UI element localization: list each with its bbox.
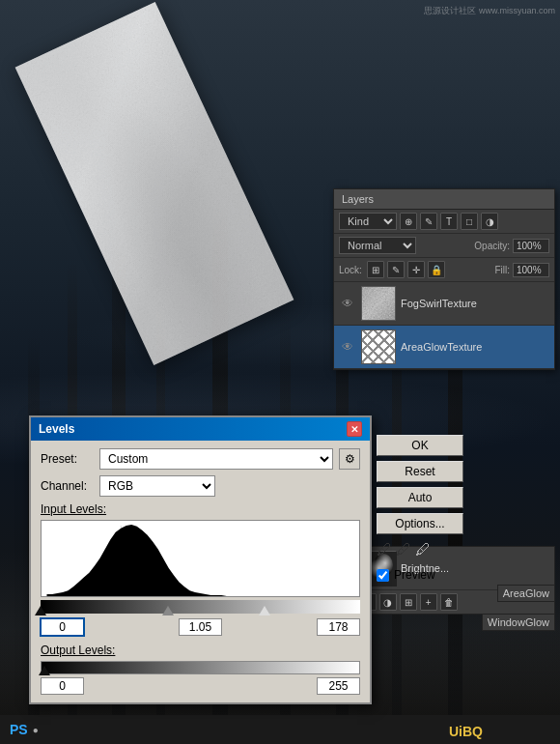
output-gradient-bar [41, 661, 360, 674]
layers-panel: Layers Kind ⊕ ✎ T □ ◑ Normal Opacity: Lo… [333, 188, 555, 370]
channel-label: Channel: [41, 479, 94, 493]
ok-button[interactable]: OK [377, 435, 463, 456]
ps-logo: PS [10, 722, 28, 737]
white-eyedropper-icon[interactable]: 🖊 [415, 541, 431, 558]
output-black-slider[interactable] [39, 666, 50, 675]
input-values-row [41, 618, 360, 636]
output-white-value[interactable] [317, 677, 360, 695]
layer-name-fogswirl: FogSwirlTexture [401, 298, 549, 309]
areaglow-partial-label: AreaGlow [497, 585, 555, 602]
levels-dialog: Levels ✕ Preset: Custom ⚙ Channel: RGB I… [29, 415, 372, 704]
input-mid-value[interactable] [179, 618, 222, 636]
windowglow-partial-label: WindowGlow [482, 614, 555, 631]
lock-image-icon[interactable]: ✎ [387, 261, 405, 278]
reset-button[interactable]: Reset [377, 461, 463, 482]
uibq-logo: UiBQ [449, 724, 483, 739]
group-icon[interactable]: ⊞ [400, 593, 417, 611]
output-black-value[interactable] [41, 677, 84, 695]
levels-close-button[interactable]: ✕ [347, 421, 362, 437]
layer-icon-pen[interactable]: ✎ [420, 213, 437, 230]
eye-icon-fogswirl[interactable]: 👁 [340, 296, 355, 311]
delete-layer-icon[interactable]: 🗑 [440, 593, 458, 611]
bottom-label: ● [33, 725, 39, 735]
layer-item-fogswirl[interactable]: 👁 FogSwirlTexture [334, 282, 554, 326]
layer-thumb-fogswirl [361, 286, 396, 321]
channel-dropdown[interactable]: RGB [99, 475, 215, 497]
preview-checkbox[interactable] [377, 569, 389, 582]
preset-label: Preset: [41, 452, 94, 466]
input-white-value[interactable] [317, 618, 360, 636]
lock-transparent-icon[interactable]: ⊞ [367, 261, 384, 278]
output-levels-label: Output Levels: [41, 644, 360, 657]
lock-label: Lock: [339, 265, 362, 275]
levels-right-panel: OK Reset Auto Options... 🖊 🖊 🖊 Preview [377, 435, 463, 582]
white-point-slider[interactable] [259, 606, 270, 615]
opacity-label: Opacity: [474, 241, 510, 251]
opacity-input[interactable] [513, 239, 549, 253]
preset-dropdown[interactable]: Custom [99, 448, 333, 470]
watermark: 思源设计社区 www.missyuan.com [424, 5, 555, 17]
windowglow-text: WindowGlow [488, 616, 549, 628]
lock-position-icon[interactable]: ✛ [407, 261, 425, 278]
layer-name-areaglow: AreaGlowTexture [401, 341, 549, 353]
input-slider[interactable] [41, 600, 360, 614]
levels-title-bar: Levels ✕ [31, 417, 370, 441]
eyedroppers-row: 🖊 🖊 🖊 [377, 541, 463, 558]
layer-thumb-areaglow [361, 329, 396, 364]
levels-title-text: Levels [39, 422, 74, 436]
layers-toolbar-kind: Kind ⊕ ✎ T □ ◑ [334, 210, 554, 234]
auto-button[interactable]: Auto [377, 487, 463, 508]
lock-all-icon[interactable]: 🔒 [428, 261, 445, 278]
new-layer-icon[interactable]: + [420, 593, 437, 611]
layers-panel-title: Layers [334, 189, 554, 210]
layer-item-areaglow[interactable]: 👁 AreaGlowTexture [334, 326, 554, 369]
levels-channel-row: Channel: RGB [41, 475, 360, 497]
layer-icon-shape[interactable]: □ [461, 213, 478, 230]
fill-label: Fill: [494, 265, 510, 275]
kind-dropdown[interactable]: Kind [339, 213, 397, 230]
layers-toolbar-blend: Normal Opacity: [334, 234, 554, 258]
blend-mode-dropdown[interactable]: Normal [339, 237, 416, 254]
layer-icon-type[interactable]: T [440, 213, 458, 230]
layer-icon-filter[interactable]: ⊕ [400, 213, 417, 230]
layers-title-text: Layers [342, 193, 374, 205]
areaglow-text: AreaGlow [503, 587, 549, 599]
midpoint-slider[interactable] [162, 606, 174, 615]
input-levels-label: Input Levels: [41, 502, 360, 516]
eye-icon-areaglow[interactable]: 👁 [340, 339, 355, 355]
histogram-container [41, 520, 360, 597]
levels-content: Preset: Custom ⚙ Channel: RGB Input Leve… [31, 441, 370, 702]
svg-rect-1 [362, 287, 396, 321]
visibility-fogswirl[interactable]: 👁 [339, 296, 356, 311]
fill-input[interactable] [513, 263, 549, 277]
visibility-areaglow[interactable]: 👁 [339, 339, 356, 355]
adjustment-icon[interactable]: ◑ [379, 593, 397, 611]
options-button[interactable]: Options... [377, 513, 463, 534]
output-values-row [41, 677, 360, 695]
preview-row: Preview [377, 568, 463, 582]
black-point-slider[interactable] [35, 606, 46, 615]
gray-eyedropper-icon[interactable]: 🖊 [396, 541, 411, 558]
layer-icon-adjust[interactable]: ◑ [481, 213, 498, 230]
layers-toolbar-lock: Lock: ⊞ ✎ ✛ 🔒 Fill: [334, 258, 554, 282]
levels-preset-row: Preset: Custom ⚙ [41, 448, 360, 470]
input-black-value[interactable] [41, 618, 84, 636]
black-eyedropper-icon[interactable]: 🖊 [377, 541, 392, 558]
preview-label: Preview [394, 568, 435, 582]
settings-button[interactable]: ⚙ [339, 448, 360, 470]
